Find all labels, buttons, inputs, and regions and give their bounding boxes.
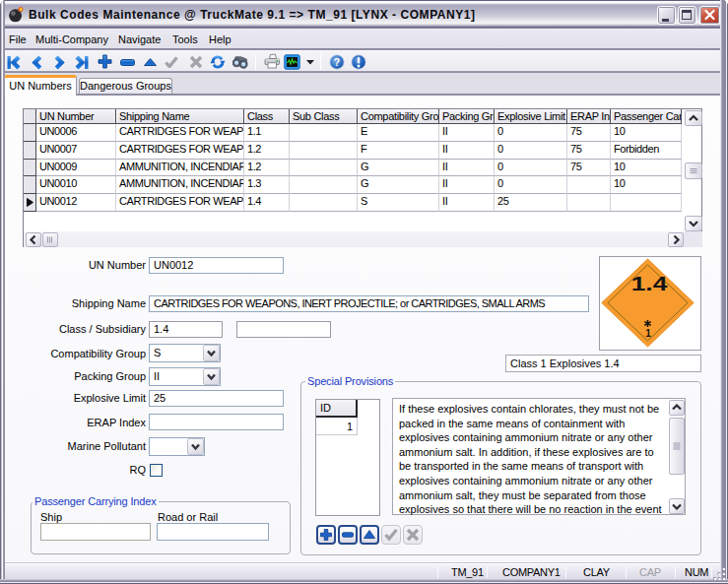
svg-text:?: ?: [334, 56, 340, 68]
svg-text:1: 1: [645, 328, 651, 339]
svg-text:1.4: 1.4: [631, 273, 668, 294]
